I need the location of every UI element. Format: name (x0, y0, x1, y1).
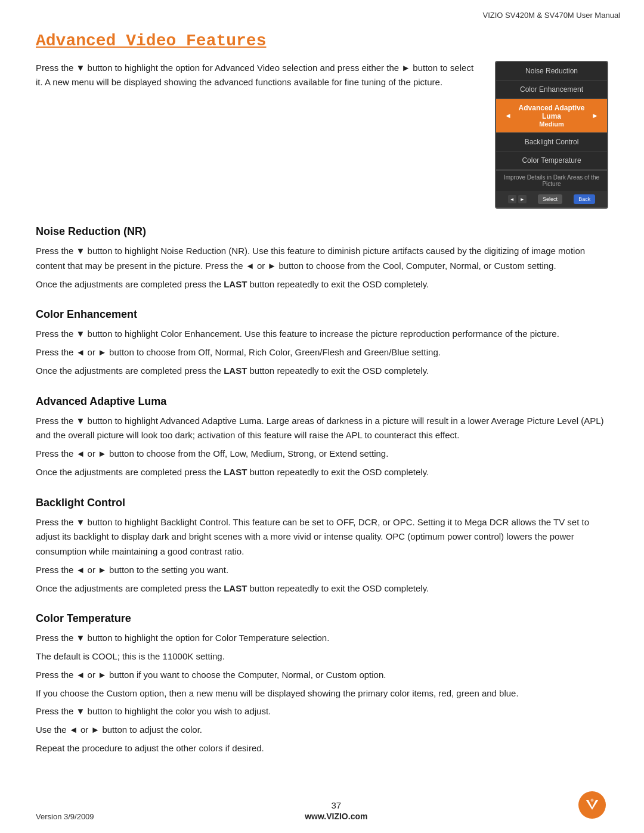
right-arrow-icon: ► (592, 112, 599, 120)
adaptive-luma-para-2: Press the ◄ or ► button to choose from t… (36, 447, 608, 462)
vizio-logo-container (578, 791, 608, 821)
backlight-para-3: Once the adjustments are completed press… (36, 581, 608, 596)
nav-icon-2: ► (518, 195, 527, 203)
footer-version: Version 3/9/2009 (36, 812, 94, 821)
section-title-noise-reduction: Noise Reduction (NR) (36, 225, 608, 238)
footer-center: 37 www.VIZIO.com (305, 800, 367, 821)
section-body-noise-reduction: Press the ▼ button to highlight Noise Re… (36, 244, 608, 292)
intro-section: Press the ▼ button to highlight the opti… (36, 61, 608, 209)
color-enhancement-para-2: Press the ◄ or ► button to choose from O… (36, 345, 608, 360)
page-title: Advanced Video Features (36, 32, 266, 50)
color-temp-para-3: Press the ◄ or ► button if you want to c… (36, 668, 608, 683)
backlight-para-2: Press the ◄ or ► button to the setting y… (36, 563, 608, 578)
section-color-temperature: Color Temperature Press the ▼ button to … (36, 612, 608, 755)
section-body-color-enhancement: Press the ▼ button to highlight Color En… (36, 327, 608, 378)
page-footer: Version 3/9/2009 37 www.VIZIO.com (0, 791, 644, 821)
section-body-backlight-control: Press the ▼ button to highlight Backligh… (36, 515, 608, 596)
nav-icon-1: ◄ (508, 195, 516, 203)
color-temp-para-4: If you choose the Custom option, then a … (36, 686, 608, 701)
tv-menu-noise-reduction: Noise Reduction (496, 62, 607, 80)
select-button: Select (538, 194, 562, 204)
section-title-advanced-adaptive-luma: Advanced Adaptive Luma (36, 395, 608, 408)
svg-point-1 (590, 799, 593, 802)
section-color-enhancement: Color Enhancement Press the ▼ button to … (36, 308, 608, 378)
intro-text: Press the ▼ button to highlight the opti… (36, 61, 477, 209)
color-temp-para-7: Repeat the procedure to adjust the other… (36, 741, 608, 756)
vizio-v-icon (584, 797, 600, 813)
tv-menu-screenshot: Noise Reduction Color Enhancement ◄ Adva… (495, 61, 608, 209)
color-temp-para-6: Use the ◄ or ► button to adjust the colo… (36, 723, 608, 738)
left-arrow-icon: ◄ (504, 112, 512, 120)
document-title: VIZIO SV420M & SV470M User Manual (483, 11, 620, 20)
section-title-color-enhancement: Color Enhancement (36, 308, 608, 321)
tv-menu-buttons: ◄ ► Select Back (496, 191, 607, 208)
footer-website: www.VIZIO.com (305, 812, 367, 821)
tv-menu-color-enhancement: Color Enhancement (496, 80, 607, 99)
section-body-color-temperature: Press the ▼ button to highlight the opti… (36, 631, 608, 755)
section-noise-reduction: Noise Reduction (NR) Press the ▼ button … (36, 225, 608, 292)
section-body-advanced-adaptive-luma: Press the ▼ button to highlight Advanced… (36, 414, 608, 480)
tv-menu-advanced-adaptive-luma: ◄ Advanced Adaptive Luma Medium ► (496, 99, 607, 133)
vizio-logo (578, 791, 606, 819)
section-advanced-adaptive-luma: Advanced Adaptive Luma Press the ▼ butto… (36, 395, 608, 480)
document-header: VIZIO SV420M & SV470M User Manual (0, 0, 644, 20)
noise-reduction-para-2: Once the adjustments are completed press… (36, 277, 608, 292)
page-number: 37 (305, 800, 367, 810)
tv-menu-color-temperature: Color Temperature (496, 151, 607, 170)
color-temp-para-5: Press the ▼ button to highlight the colo… (36, 704, 608, 719)
adaptive-luma-para-1: Press the ▼ button to highlight Advanced… (36, 414, 608, 444)
adaptive-luma-para-3: Once the adjustments are completed press… (36, 465, 608, 480)
section-title-backlight-control: Backlight Control (36, 497, 608, 509)
noise-reduction-para-1: Press the ▼ button to highlight Noise Re… (36, 244, 608, 274)
color-temp-para-1: Press the ▼ button to highlight the opti… (36, 631, 608, 646)
section-title-color-temperature: Color Temperature (36, 612, 608, 625)
nav-icons: ◄ ► (508, 194, 527, 204)
section-backlight-control: Backlight Control Press the ▼ button to … (36, 497, 608, 596)
color-enhancement-para-1: Press the ▼ button to highlight Color En… (36, 327, 608, 342)
color-enhancement-para-3: Once the adjustments are completed press… (36, 364, 608, 379)
tv-menu-footer-text: Improve Details in Dark Areas of the Pic… (496, 170, 607, 191)
back-button: Back (574, 194, 595, 204)
backlight-para-1: Press the ▼ button to highlight Backligh… (36, 515, 608, 559)
tv-menu-backlight-control: Backlight Control (496, 133, 607, 151)
main-content: Advanced Video Features Press the ▼ butt… (0, 20, 644, 797)
color-temp-para-2: The default is COOL; this is the 11000K … (36, 649, 608, 664)
